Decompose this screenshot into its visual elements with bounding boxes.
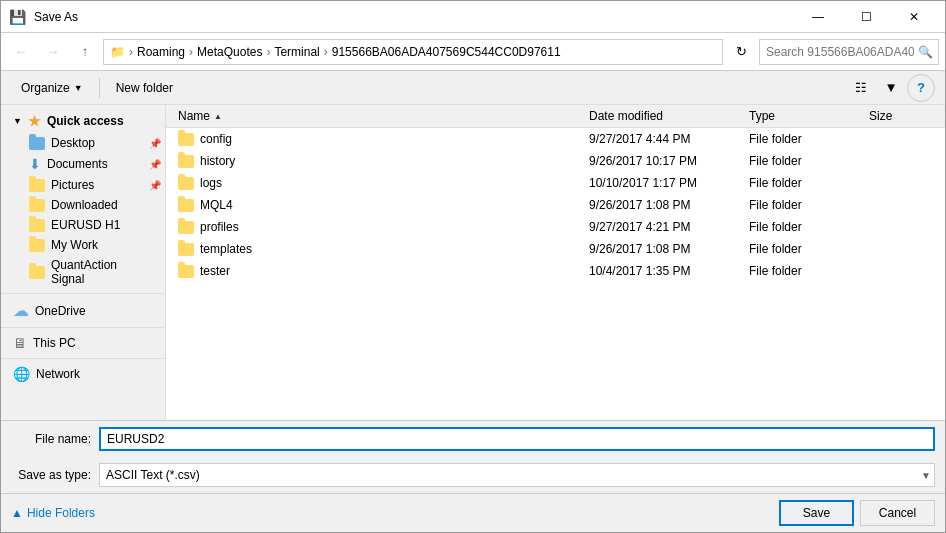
sidebar-item-pictures[interactable]: Pictures 📌 bbox=[1, 175, 165, 195]
quick-access-label: Quick access bbox=[47, 114, 124, 128]
save-as-dialog: 💾 Save As — ☐ ✕ ← → ↑ 📁 › Roaming › Meta… bbox=[0, 0, 946, 533]
search-input[interactable] bbox=[759, 39, 939, 65]
window-icon: 💾 bbox=[9, 9, 26, 25]
column-size[interactable]: Size bbox=[861, 105, 941, 127]
window-title: Save As bbox=[34, 10, 787, 24]
folder-icon: 📁 bbox=[110, 45, 125, 59]
file-cell-type: File folder bbox=[741, 238, 861, 260]
sidebar-item-thispc[interactable]: 🖥 This PC bbox=[1, 332, 165, 354]
breadcrumb-hash[interactable]: 915566BA06ADA407569C544CC0D97611 bbox=[332, 45, 561, 59]
sidebar-pictures-label: Pictures bbox=[51, 178, 94, 192]
file-cell-size bbox=[861, 128, 941, 150]
table-row[interactable]: config 9/27/2017 4:44 PM File folder bbox=[166, 128, 945, 150]
help-button[interactable]: ? bbox=[907, 74, 935, 102]
column-name[interactable]: Name ▲ bbox=[170, 105, 581, 127]
sidebar-network-label: Network bbox=[36, 367, 80, 381]
sidebar-divider-3 bbox=[1, 358, 165, 359]
sidebar-divider-2 bbox=[1, 327, 165, 328]
up-button[interactable]: ↑ bbox=[71, 38, 99, 66]
view-dropdown-button[interactable]: ▼ bbox=[877, 74, 905, 102]
savetype-select-wrap: ASCII Text (*.csv) ▼ bbox=[99, 463, 935, 487]
sidebar-downloaded-label: Downloaded bbox=[51, 198, 118, 212]
sort-arrow: ▲ bbox=[214, 112, 222, 121]
file-cell-size bbox=[861, 172, 941, 194]
bottom-bar: File name: Save as type: ASCII Text (*.c… bbox=[1, 420, 945, 532]
star-icon: ★ bbox=[28, 113, 41, 129]
file-rows-container: config 9/27/2017 4:44 PM File folder his… bbox=[166, 128, 945, 282]
file-cell-type: File folder bbox=[741, 128, 861, 150]
view-mode-button[interactable]: ☷ bbox=[847, 74, 875, 102]
file-cell-size bbox=[861, 216, 941, 238]
file-cell-size bbox=[861, 194, 941, 216]
table-row[interactable]: tester 10/4/2017 1:35 PM File folder bbox=[166, 260, 945, 282]
file-cell-name: history bbox=[170, 150, 581, 172]
minimize-button[interactable]: — bbox=[795, 1, 841, 33]
organize-button[interactable]: Organize ▼ bbox=[11, 75, 93, 101]
sidebar-item-desktop[interactable]: Desktop 📌 bbox=[1, 133, 165, 153]
sidebar-item-downloaded[interactable]: Downloaded bbox=[1, 195, 165, 215]
savetype-row: Save as type: ASCII Text (*.csv) ▼ bbox=[1, 457, 945, 493]
file-cell-date: 9/27/2017 4:21 PM bbox=[581, 216, 741, 238]
down-arrow-icon: ⬇ bbox=[29, 156, 41, 172]
file-cell-name: MQL4 bbox=[170, 194, 581, 216]
hide-folders-button[interactable]: ▲ Hide Folders bbox=[11, 506, 773, 520]
quick-access-header[interactable]: ▼ ★ Quick access bbox=[1, 109, 165, 133]
folder-icon-row bbox=[178, 243, 194, 256]
buttons-row: ▲ Hide Folders Save Cancel bbox=[1, 493, 945, 532]
breadcrumb-terminal[interactable]: Terminal bbox=[274, 45, 319, 59]
file-cell-name: profiles bbox=[170, 216, 581, 238]
maximize-button[interactable]: ☐ bbox=[843, 1, 889, 33]
forward-button[interactable]: → bbox=[39, 38, 67, 66]
breadcrumb-metaquotes[interactable]: MetaQuotes bbox=[197, 45, 262, 59]
sidebar-item-mywork[interactable]: My Work bbox=[1, 235, 165, 255]
filename-row: File name: bbox=[1, 421, 945, 457]
file-cell-type: File folder bbox=[741, 172, 861, 194]
refresh-button[interactable]: ↻ bbox=[727, 38, 755, 66]
organize-label: Organize bbox=[21, 81, 70, 95]
sidebar-item-quantaction[interactable]: QuantAction Signal bbox=[1, 255, 165, 289]
cloud-icon: ☁ bbox=[13, 301, 29, 320]
table-row[interactable]: profiles 9/27/2017 4:21 PM File folder bbox=[166, 216, 945, 238]
file-cell-type: File folder bbox=[741, 216, 861, 238]
column-type[interactable]: Type bbox=[741, 105, 861, 127]
table-row[interactable]: history 9/26/2017 10:17 PM File folder bbox=[166, 150, 945, 172]
breadcrumb-roaming[interactable]: Roaming bbox=[137, 45, 185, 59]
breadcrumb[interactable]: 📁 › Roaming › MetaQuotes › Terminal › 91… bbox=[103, 39, 723, 65]
table-row[interactable]: MQL4 9/26/2017 1:08 PM File folder bbox=[166, 194, 945, 216]
folder-blue-icon bbox=[29, 137, 45, 150]
file-cell-type: File folder bbox=[741, 260, 861, 282]
sidebar-item-eurusd[interactable]: EURUSD H1 bbox=[1, 215, 165, 235]
file-cell-date: 9/27/2017 4:44 PM bbox=[581, 128, 741, 150]
address-bar: ← → ↑ 📁 › Roaming › MetaQuotes › Termina… bbox=[1, 33, 945, 71]
pin-icon-2: 📌 bbox=[149, 159, 161, 170]
close-button[interactable]: ✕ bbox=[891, 1, 937, 33]
column-date[interactable]: Date modified bbox=[581, 105, 741, 127]
file-list-header: Name ▲ Date modified Type Size bbox=[166, 105, 945, 128]
computer-icon: 🖥 bbox=[13, 335, 27, 351]
file-list: Name ▲ Date modified Type Size config bbox=[166, 105, 945, 420]
savetype-select[interactable]: ASCII Text (*.csv) bbox=[99, 463, 935, 487]
file-cell-date: 9/26/2017 10:17 PM bbox=[581, 150, 741, 172]
table-row[interactable]: logs 10/10/2017 1:17 PM File folder bbox=[166, 172, 945, 194]
table-row[interactable]: templates 9/26/2017 1:08 PM File folder bbox=[166, 238, 945, 260]
back-button[interactable]: ← bbox=[7, 38, 35, 66]
quick-access-chevron: ▼ bbox=[13, 116, 22, 126]
sidebar-thispc-label: This PC bbox=[33, 336, 76, 350]
sidebar-item-documents[interactable]: ⬇ Documents 📌 bbox=[1, 153, 165, 175]
folder-icon-row bbox=[178, 265, 194, 278]
folder-icon-mywork bbox=[29, 239, 45, 252]
file-cell-type: File folder bbox=[741, 194, 861, 216]
quick-access-section: ▼ ★ Quick access Desktop 📌 ⬇ Documents 📌… bbox=[1, 109, 165, 289]
sidebar-onedrive-label: OneDrive bbox=[35, 304, 86, 318]
sidebar-item-network[interactable]: 🌐 Network bbox=[1, 363, 165, 385]
sidebar-divider-1 bbox=[1, 293, 165, 294]
sidebar-item-onedrive[interactable]: ☁ OneDrive bbox=[1, 298, 165, 323]
network-icon: 🌐 bbox=[13, 366, 30, 382]
file-cell-date: 9/26/2017 1:08 PM bbox=[581, 238, 741, 260]
cancel-button[interactable]: Cancel bbox=[860, 500, 935, 526]
filename-input[interactable] bbox=[99, 427, 935, 451]
new-folder-button[interactable]: New folder bbox=[106, 75, 183, 101]
file-cell-name: tester bbox=[170, 260, 581, 282]
folder-icon-row bbox=[178, 155, 194, 168]
save-button[interactable]: Save bbox=[779, 500, 854, 526]
